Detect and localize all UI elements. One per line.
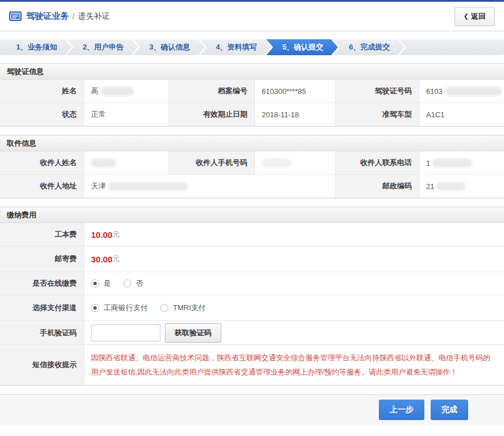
back-button[interactable]: ❮ 返回 (455, 7, 495, 26)
step-2-user-declaration[interactable]: 2、用户申告 (67, 39, 140, 55)
label-sms-code: 手机验证码 (0, 321, 84, 345)
page-header: 驾驶证业务 / 遗失补证 ❮ 返回 (0, 2, 504, 31)
value-recipient-phone: 1 (419, 151, 504, 175)
label-expiry-date: 有效期止日期 (169, 103, 255, 126)
label-postage-fee: 邮寄费 (0, 246, 84, 272)
section-payment: 缴纳费用 工本费 10.00元 邮寄费 30.00元 是否在线缴费 是 否 选择… (0, 207, 504, 386)
label-sms-notice: 短信接收提示 (0, 345, 84, 385)
previous-step-button[interactable]: 上一步 (379, 400, 424, 420)
radio-label-no[interactable]: 否 (136, 278, 143, 289)
breadcrumb-separator: / (72, 12, 75, 21)
value-production-fee: 10.00元 (84, 223, 504, 246)
label-file-number: 档案编号 (169, 80, 255, 103)
value-recipient-mobile (255, 151, 336, 175)
finish-button[interactable]: 完成 (431, 400, 468, 420)
value-recipient-name (84, 151, 169, 175)
label-payment-channel: 选择支付渠道 (0, 295, 84, 321)
radio-label-tmri[interactable]: TMRI支付 (173, 303, 206, 313)
value-payment-channel: 工商银行支付 TMRI支付 (84, 295, 504, 321)
sms-notice-text: 因陕西省联通、电信运营商技术问题，陕西省互联网交通安全综合服务管理平台无法向持陕… (91, 351, 496, 379)
label-recipient-mobile: 收件人手机号码 (169, 151, 255, 175)
step-6-complete-submit[interactable]: 6、完成提交 (333, 39, 406, 55)
get-sms-code-button[interactable]: 获取验证码 (165, 323, 221, 343)
radio-channel-tmri[interactable] (160, 304, 168, 312)
step-wizard: 1、业务须知 2、用户申告 3、确认信息 4、资料填写 5、确认提交 6、完成提… (0, 39, 504, 55)
redaction-blur (262, 159, 291, 167)
label-production-fee: 工本费 (0, 223, 84, 246)
footer-action-bar: 上一步 完成 (0, 394, 504, 425)
section-title-pickup: 取件信息 (0, 135, 504, 151)
license-business-icon (9, 11, 22, 21)
section-title-license: 驾驶证信息 (0, 63, 504, 80)
page-title: 驾驶证业务 (26, 11, 69, 22)
step-1-business-notice[interactable]: 1、业务须知 (0, 39, 73, 55)
section-pickup-info: 取件信息 收件人姓名 收件人手机号码 收件人联系电话 1 收件人地址 天津 邮政… (0, 135, 504, 199)
value-postage-fee: 30.00元 (84, 246, 504, 272)
label-vehicle-class: 准驾车型 (336, 103, 419, 126)
redaction-blur (445, 87, 502, 96)
redaction-blur (108, 182, 188, 191)
label-recipient-phone: 收件人联系电话 (336, 151, 419, 175)
redaction-blur (436, 182, 466, 191)
value-license-number: 6103 (419, 80, 504, 103)
value-expiry-date: 2018-11-18 (255, 103, 336, 126)
label-pay-online: 是否在线缴费 (0, 272, 84, 295)
label-recipient-name: 收件人姓名 (0, 151, 84, 175)
step-5-confirm-submit[interactable]: 5、确认提交 (266, 39, 340, 55)
value-name: 高 (84, 80, 169, 103)
label-recipient-address: 收件人地址 (0, 175, 84, 198)
value-vehicle-class: A1C1 (419, 103, 504, 126)
back-button-label: 返回 (471, 11, 486, 22)
label-postal-code: 邮政编码 (336, 175, 419, 198)
section-license-info: 驾驶证信息 姓名 高 档案编号 610300****85 驾驶证号码 6103 … (0, 63, 504, 127)
label-name: 姓名 (0, 80, 84, 103)
value-recipient-address: 天津 (84, 175, 336, 198)
step-3-confirm-info[interactable]: 3、确认信息 (133, 39, 206, 55)
radio-pay-online-no[interactable] (123, 279, 131, 287)
breadcrumb-current: 遗失补证 (78, 11, 110, 22)
value-pay-online: 是 否 (84, 272, 504, 295)
value-file-number: 610300****85 (255, 80, 336, 103)
radio-pay-online-yes[interactable] (91, 279, 99, 287)
radio-label-icbc[interactable]: 工商银行支付 (104, 303, 148, 313)
value-sms-notice: 因陕西省联通、电信运营商技术问题，陕西省互联网交通安全综合服务管理平台无法向持陕… (84, 345, 504, 385)
value-sms-code: 获取验证码 (84, 321, 504, 345)
value-status: 正常 (84, 103, 169, 126)
redaction-blur (432, 159, 472, 167)
label-status: 状态 (0, 103, 84, 126)
radio-label-yes[interactable]: 是 (104, 278, 111, 289)
section-title-payment: 缴纳费用 (0, 207, 504, 223)
value-postal-code: 21 (419, 175, 504, 198)
redaction-blur (91, 159, 116, 167)
back-chevron-icon: ❮ (464, 13, 469, 20)
label-license-number: 驾驶证号码 (336, 80, 419, 103)
step-4-fill-data[interactable]: 4、资料填写 (200, 39, 273, 55)
redaction-blur (101, 87, 134, 96)
sms-code-input[interactable] (91, 324, 160, 342)
step-bar-tail (399, 39, 504, 55)
radio-channel-icbc[interactable] (91, 304, 99, 312)
